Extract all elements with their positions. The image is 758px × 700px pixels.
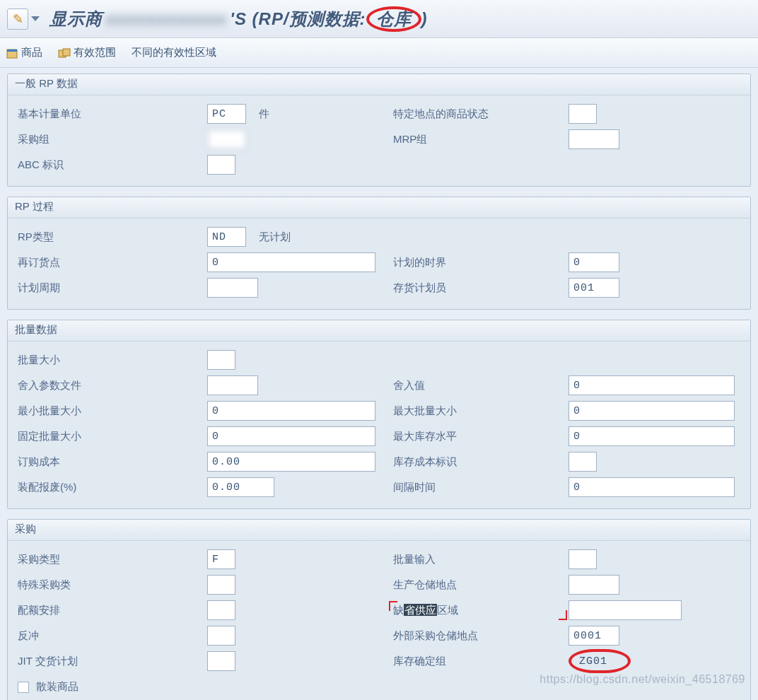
quota-input[interactable]	[207, 600, 235, 620]
rp-type-desc: 无计划	[259, 231, 291, 244]
purch-type-input[interactable]	[207, 549, 235, 569]
title-suffix: 'S (RP/预测数据:	[230, 8, 366, 30]
group-rp-process: RP 过程 RP类型 无计划 再订货点 计划的时界 计划周期 存货计划员	[7, 197, 751, 310]
group-purch-title: 采购	[8, 520, 750, 541]
stock-det-label: 库存确定组	[393, 655, 563, 668]
prod-loc-label: 生产仓储地点	[393, 578, 563, 592]
special-proc-input[interactable]	[207, 575, 235, 595]
fixed-lot-label: 固定批量大小	[18, 430, 202, 443]
special-proc-label: 特殊采购类	[18, 578, 202, 592]
reorder-label: 再订货点	[18, 256, 202, 269]
purch-group-input[interactable]	[207, 129, 246, 149]
group-general-title: 一般 RP 数据	[8, 74, 750, 95]
group-lot-data: 批量数据 批量大小 舍入参数文件 舍入值 最小批量大小 最大批量大小 固定批量大…	[7, 320, 751, 509]
backflush-label: 反冲	[18, 629, 202, 643]
round-value-input[interactable]	[568, 375, 735, 395]
site-status-label: 特定地点的商品状态	[393, 107, 563, 121]
fixed-lot-input[interactable]	[207, 426, 375, 446]
round-profile-input[interactable]	[207, 375, 258, 395]
plan-horizon-input[interactable]	[568, 252, 619, 272]
purch-type-label: 采购类型	[18, 553, 202, 566]
plan-cycle-input[interactable]	[207, 278, 258, 298]
plan-horizon-label: 计划的时界	[393, 256, 563, 269]
min-lot-label: 最小批量大小	[18, 404, 202, 418]
backflush-input[interactable]	[207, 626, 235, 646]
ext-proc-loc-label: 外部采购仓储地点	[393, 629, 563, 643]
max-inv-input[interactable]	[568, 426, 735, 446]
inv-cost-input[interactable]	[568, 452, 597, 472]
min-lot-input[interactable]	[207, 401, 375, 421]
system-menu-icon[interactable]: ✎	[7, 8, 40, 30]
supply-area-input[interactable]	[568, 600, 682, 620]
abc-input[interactable]	[207, 155, 235, 175]
mrp-group-input[interactable]	[568, 129, 619, 149]
title-prefix: 显示商	[49, 8, 103, 30]
bulk-checkbox-row: 散装商品	[18, 680, 202, 694]
title-circled: 仓库	[366, 6, 421, 32]
group-procurement: 采购 采购类型 批量输入 特殊采购类 生产仓储地点 配额安排 缺省供应区域 反冲…	[7, 519, 751, 700]
order-cost-label: 订购成本	[18, 455, 202, 469]
title-blurred: xxxxxxxxxxxx	[103, 9, 230, 29]
rp-type-input[interactable]	[207, 227, 246, 247]
base-uom-label: 基本计量单位	[18, 107, 202, 121]
round-profile-label: 舍入参数文件	[18, 379, 202, 392]
stock-det-input[interactable]	[574, 651, 625, 671]
prod-loc-input[interactable]	[568, 575, 619, 595]
scrap-label: 装配报废(%)	[18, 481, 202, 494]
base-uom-input[interactable]	[207, 104, 246, 124]
jit-input[interactable]	[207, 651, 235, 671]
ext-proc-loc-input[interactable]	[568, 626, 619, 646]
title-bar: ✎ 显示商 xxxxxxxxxxxx 'S (RP/预测数据: 仓库 )	[0, 0, 758, 38]
product-button[interactable]: 商品	[6, 46, 42, 59]
inv-cost-label: 库存成本标识	[393, 455, 563, 469]
base-uom-desc: 件	[259, 107, 269, 121]
group-general-rp: 一般 RP 数据 基本计量单位 件 特定地点的商品状态 采购组 MRP组 ABC…	[7, 74, 751, 187]
batch-input-input[interactable]	[568, 549, 597, 569]
mrp-group-label: MRP组	[393, 133, 563, 146]
toolbar: 商品 有效范围 不同的有效性区域	[0, 38, 758, 68]
svg-rect-1	[7, 49, 17, 52]
svg-rect-3	[63, 49, 70, 56]
range-icon	[58, 47, 71, 59]
page-title: 显示商 xxxxxxxxxxxx 'S (RP/预测数据: 仓库 )	[49, 6, 428, 32]
interval-label: 间隔时间	[393, 481, 563, 494]
quota-label: 配额安排	[18, 604, 202, 617]
abc-label: ABC 标识	[18, 158, 202, 172]
valid-range-button[interactable]: 有效范围	[58, 46, 116, 59]
group-rp-title: RP 过程	[8, 197, 750, 218]
scrap-input[interactable]	[207, 477, 274, 497]
group-lot-title: 批量数据	[8, 320, 750, 342]
stock-planner-input[interactable]	[568, 278, 619, 298]
max-inv-label: 最大库存水平	[393, 430, 563, 443]
supply-area-label: 缺省供应区域	[393, 604, 563, 617]
bulk-checkbox[interactable]	[18, 682, 29, 693]
max-lot-label: 最大批量大小	[393, 404, 563, 418]
max-lot-input[interactable]	[568, 401, 735, 421]
rp-type-label: RP类型	[18, 231, 202, 244]
jit-label: JIT 交货计划	[18, 655, 202, 668]
bulk-label: 散装商品	[36, 680, 78, 692]
lot-size-label: 批量大小	[18, 354, 202, 367]
order-cost-input[interactable]	[207, 452, 375, 472]
box-icon	[6, 47, 18, 59]
reorder-input[interactable]	[207, 252, 375, 272]
interval-input[interactable]	[568, 477, 735, 497]
lot-size-input[interactable]	[207, 350, 235, 370]
site-status-input[interactable]	[568, 104, 597, 124]
purch-group-label: 采购组	[18, 133, 202, 146]
plan-cycle-label: 计划周期	[18, 281, 202, 295]
stock-det-circle	[568, 649, 631, 673]
batch-input-label: 批量输入	[393, 553, 563, 566]
diff-validity-button[interactable]: 不同的有效性区域	[132, 46, 216, 59]
stock-planner-label: 存货计划员	[393, 281, 563, 295]
round-value-label: 舍入值	[393, 379, 563, 392]
